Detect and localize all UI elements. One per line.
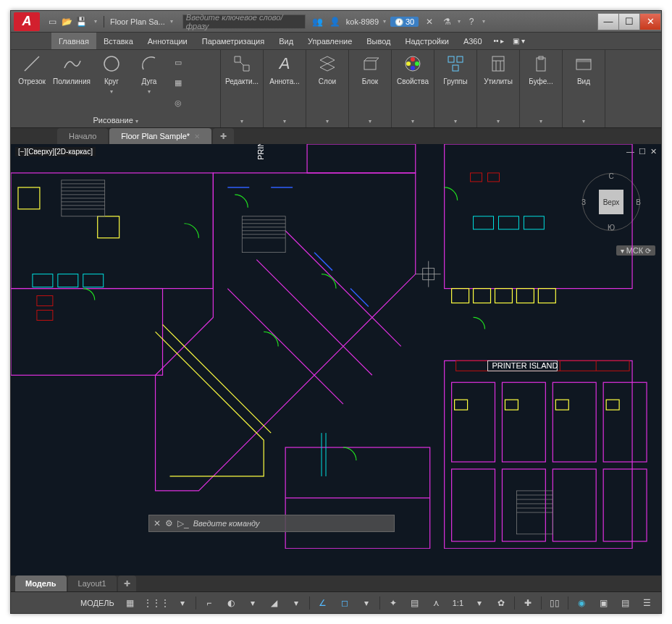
- document-tabs: Начало Floor Plan Sample* ✕ ✚: [11, 128, 661, 144]
- grid-icon[interactable]: ▦: [122, 595, 139, 611]
- view-panel-arrow[interactable]: ▾: [582, 118, 585, 125]
- signin-icon[interactable]: 👥: [311, 15, 324, 28]
- utilities-panel-arrow[interactable]: ▾: [497, 118, 500, 125]
- apps-dropdown-icon[interactable]: ▾: [458, 18, 461, 25]
- arc-dropdown-icon[interactable]: ▾: [148, 88, 151, 95]
- cleanscreen-icon[interactable]: ▣: [595, 595, 612, 611]
- layout-tab-layout1[interactable]: Layout1: [68, 575, 117, 591]
- properties-panel-arrow[interactable]: ▾: [411, 118, 414, 125]
- doc-tab-active[interactable]: Floor Plan Sample* ✕: [109, 128, 211, 144]
- new-icon[interactable]: ▭: [46, 15, 59, 28]
- circle-button[interactable]: Круг ▾: [95, 53, 128, 113]
- tab-parametric[interactable]: Параметризация: [195, 33, 272, 49]
- arc-button[interactable]: Дуга ▾: [133, 53, 166, 113]
- hatch-icon[interactable]: ▦: [170, 75, 186, 91]
- polar-icon[interactable]: ◐: [222, 595, 240, 611]
- layout-tab-add[interactable]: ✚: [118, 575, 136, 591]
- workspace-icon[interactable]: ✚: [519, 595, 537, 611]
- rectangle-icon[interactable]: ▭: [170, 55, 186, 71]
- view-button[interactable]: Вид: [567, 53, 600, 114]
- layout-tab-model[interactable]: Модель: [15, 575, 67, 591]
- svg-line-2: [240, 62, 243, 65]
- panel-draw-title[interactable]: Рисование ▾: [15, 113, 216, 127]
- doc-tab-start[interactable]: Начало: [57, 128, 108, 144]
- isoplane-icon[interactable]: ◢: [266, 595, 283, 611]
- tab-insert[interactable]: Вставка: [96, 33, 140, 49]
- tab-annotate[interactable]: Аннотации: [140, 33, 195, 49]
- layers-button[interactable]: Слои: [311, 53, 344, 114]
- line-button[interactable]: Отрезок: [15, 53, 49, 113]
- svg-line-0: [25, 56, 39, 71]
- snap-icon[interactable]: ⋮⋮⋮: [143, 595, 169, 611]
- layers-panel-arrow[interactable]: ▾: [326, 118, 329, 125]
- circle-dropdown-icon[interactable]: ▾: [110, 88, 113, 95]
- svg-rect-29: [502, 469, 545, 541]
- close-button[interactable]: ✕: [639, 13, 661, 30]
- cmd-close-icon[interactable]: ✕: [154, 518, 161, 528]
- snap-dropdown-icon[interactable]: ▾: [174, 595, 191, 611]
- command-line[interactable]: ✕ ⚙ ▷_ Введите команду: [148, 515, 395, 532]
- tabs-overflow-icon[interactable]: •• ▸: [490, 33, 509, 49]
- trial-badge[interactable]: 🕐 30: [390, 17, 419, 27]
- clipboard-button[interactable]: Буфе...: [524, 53, 558, 114]
- tab-output[interactable]: Вывод: [359, 33, 398, 49]
- utilities-button[interactable]: Утилиты: [482, 53, 515, 114]
- ortho-icon[interactable]: ⌐: [201, 595, 218, 611]
- modify-panel-arrow[interactable]: ▾: [240, 118, 243, 125]
- properties-button[interactable]: Свойства: [396, 53, 429, 114]
- tab-addins[interactable]: Надстройки: [398, 33, 456, 49]
- modify-button[interactable]: Редакти...: [225, 53, 259, 114]
- ribbon-collapse-icon[interactable]: ▣ ▾: [508, 33, 529, 49]
- doc-tab-close-icon[interactable]: ✕: [194, 132, 200, 140]
- hardware-icon[interactable]: ◉: [573, 595, 590, 611]
- tab-home[interactable]: Главная: [51, 33, 96, 49]
- open-icon[interactable]: 📂: [60, 15, 73, 28]
- isolate-icon[interactable]: ▯▯: [546, 595, 563, 611]
- help-icon[interactable]: ?: [465, 15, 478, 28]
- transparency-icon[interactable]: ▤: [406, 595, 424, 611]
- polyline-button[interactable]: Полилиния: [53, 53, 91, 113]
- drawing-canvas[interactable]: [−][Сверху][2D-каркас] — ☐ ✕ С Ю В З Вер…: [11, 144, 661, 575]
- svg-rect-46: [505, 400, 518, 410]
- lineweight-icon[interactable]: ✦: [385, 595, 402, 611]
- svg-rect-89: [471, 173, 482, 182]
- groups-panel-arrow[interactable]: ▾: [454, 118, 457, 125]
- clipboard-panel-arrow[interactable]: ▾: [539, 118, 542, 125]
- ellipse-icon[interactable]: ◎: [170, 96, 186, 111]
- annotation-button[interactable]: A Аннота...: [268, 53, 301, 114]
- tab-view[interactable]: Вид: [272, 33, 301, 49]
- annotation-panel-arrow[interactable]: ▾: [283, 118, 286, 125]
- osnap2-icon[interactable]: ◻: [336, 595, 353, 611]
- menu-icon[interactable]: ☰: [638, 595, 655, 611]
- save-icon[interactable]: 💾: [75, 15, 88, 28]
- annoscale-icon[interactable]: ⋏: [428, 595, 445, 611]
- customize-icon[interactable]: ▤: [616, 595, 634, 611]
- qat-dropdown-icon[interactable]: ▾: [89, 15, 102, 28]
- svg-rect-12: [492, 56, 504, 71]
- user-dropdown-icon[interactable]: ▾: [383, 18, 386, 25]
- gear-icon[interactable]: ✿: [492, 595, 510, 611]
- tab-manage[interactable]: Управление: [301, 33, 359, 49]
- app-menu-button[interactable]: A: [14, 12, 40, 31]
- tab-a360[interactable]: A360: [456, 33, 490, 49]
- search-input[interactable]: Введите ключевое слово/фразу: [182, 14, 306, 29]
- status-model-button[interactable]: МОДЕЛЬ: [77, 599, 117, 607]
- help-dropdown-icon[interactable]: ▾: [482, 18, 485, 25]
- groups-button[interactable]: Группы: [439, 53, 472, 114]
- block-button[interactable]: Блок: [353, 53, 387, 114]
- printer-island-label: PRINTER ISLAND: [492, 361, 558, 370]
- maximize-button[interactable]: ☐: [618, 13, 640, 30]
- svg-point-6: [415, 62, 419, 66]
- exchange-icon[interactable]: ✕: [423, 15, 436, 28]
- block-panel-arrow[interactable]: ▾: [369, 118, 371, 125]
- separator: [104, 16, 104, 28]
- svg-rect-19: [576, 59, 591, 62]
- doc-tab-add[interactable]: ✚: [213, 128, 234, 144]
- user-icon[interactable]: 👤: [329, 15, 342, 28]
- scale-button[interactable]: 1:1: [450, 599, 466, 607]
- osnap-icon[interactable]: ∠: [314, 595, 332, 611]
- minimize-button[interactable]: —: [597, 13, 619, 30]
- app-store-icon[interactable]: ⚗: [440, 15, 453, 28]
- title-dropdown-icon[interactable]: ▾: [165, 15, 178, 28]
- cmd-settings-icon[interactable]: ⚙: [165, 518, 173, 528]
